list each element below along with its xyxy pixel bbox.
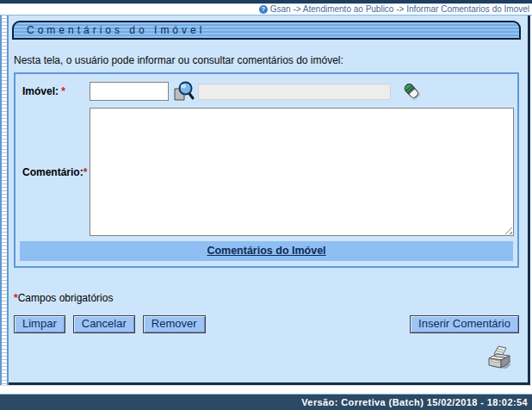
breadcrumb: ?Gsan -> Atendimento ao Publico -> Infor…	[0, 4, 532, 16]
required-fields-note: *Campos obrigatórios	[14, 292, 521, 304]
inserir-comentario-button[interactable]: Inserir Comentário	[410, 315, 519, 333]
intro-text: Nesta tela, o usuário pode informar ou c…	[14, 54, 521, 66]
imovel-comments-link-bar: Comentários do Imóvel	[20, 241, 513, 261]
version-text: Versão: Corretiva (Batch) 15/02/2018 - 1…	[301, 397, 528, 407]
search-icon	[171, 80, 195, 103]
eraser-icon	[401, 81, 422, 102]
imovel-input[interactable]	[90, 82, 169, 101]
breadcrumb-text: Gsan -> Atendimento ao Publico -> Inform…	[270, 4, 529, 14]
gsan-window: ?Gsan -> Atendimento ao Publico -> Infor…	[0, 0, 532, 410]
frame-resize-grip[interactable]	[0, 16, 9, 385]
printer-icon[interactable]	[485, 345, 514, 372]
cancelar-button[interactable]: Cancelar	[73, 315, 135, 333]
search-imovel-button[interactable]	[171, 80, 195, 103]
comment-form: Imóvel: *	[14, 72, 519, 268]
page-title: Comentários do Imóvel	[12, 21, 521, 40]
version-bar: Versão: Corretiva (Batch) 15/02/2018 - 1…	[0, 394, 532, 410]
imovel-description-field	[198, 84, 391, 100]
limpar-button[interactable]: Limpar	[14, 315, 65, 333]
imovel-comments-link[interactable]: Comentários do Imóvel	[207, 245, 325, 257]
main-content: Comentários do Imóvel Nesta tela, o usuá…	[9, 16, 530, 385]
imovel-label: Imóvel: *	[19, 85, 90, 97]
print-area	[12, 345, 514, 376]
footer-spacer	[0, 385, 532, 394]
action-buttons: Limpar Cancelar Remover Inserir Comentár…	[14, 315, 519, 333]
remover-button[interactable]: Remover	[143, 315, 206, 333]
page-title-text: Comentários do Imóvel	[27, 24, 205, 36]
comentario-required-asterisk: *	[84, 166, 88, 178]
clear-imovel-button[interactable]	[401, 81, 422, 102]
imovel-required-asterisk: *	[59, 85, 65, 97]
help-icon[interactable]: ?	[259, 5, 268, 14]
comentario-label: Comentário:*	[19, 166, 90, 178]
comentario-textarea[interactable]	[90, 108, 514, 236]
